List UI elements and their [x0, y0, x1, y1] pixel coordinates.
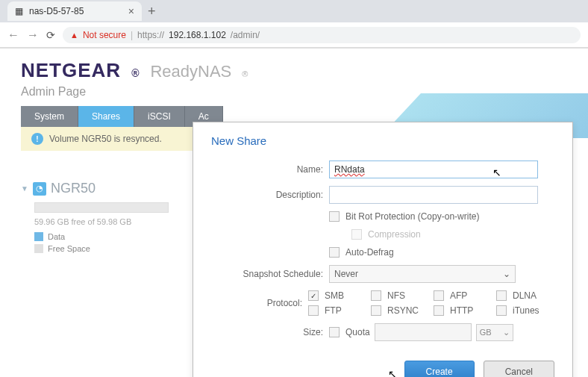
label-snapshot: Snapshot Schedule: — [211, 269, 329, 279]
browser-tab[interactable]: ▦ nas-D5-57-85 × — [7, 1, 142, 21]
chevron-down-icon: ⌄ — [503, 328, 510, 337]
ftp-checkbox[interactable] — [308, 305, 319, 316]
new-tab-button[interactable]: + — [142, 4, 162, 19]
compression-checkbox — [351, 229, 362, 240]
rsync-checkbox[interactable] — [371, 305, 381, 316]
warning-icon: ▲ — [70, 31, 78, 40]
url-host: 192.168.1.102 — [169, 30, 226, 40]
bitrot-checkbox[interactable] — [329, 211, 340, 222]
url-protocol: https:// — [137, 30, 164, 40]
description-input[interactable] — [329, 186, 538, 204]
label-compression: Compression — [368, 229, 421, 240]
create-button[interactable]: Create — [404, 361, 475, 377]
chevron-down-icon: ⌄ — [503, 269, 510, 279]
collapse-icon[interactable]: ▼ — [21, 184, 28, 193]
brand-readynas: ReadyNAS — [150, 62, 231, 81]
security-status: Not secure — [83, 30, 126, 40]
nfs-checkbox[interactable] — [371, 290, 381, 301]
page-icon: ▦ — [15, 6, 23, 16]
label-protocol: Protocol: — [211, 298, 308, 308]
tab-strip: ▦ nas-D5-57-85 × + — [0, 0, 588, 22]
close-tab-icon[interactable]: × — [128, 5, 134, 17]
snapshot-select[interactable]: Never ⌄ — [329, 265, 516, 283]
volume-usage-bar — [34, 202, 169, 213]
dialog-title: New Share — [211, 134, 554, 147]
dlna-checkbox[interactable] — [496, 290, 507, 301]
unit-select[interactable]: GB⌄ — [476, 324, 513, 341]
volume-name[interactable]: NGR50 — [51, 181, 96, 196]
cancel-button[interactable]: Cancel — [484, 361, 554, 377]
volume-icon: ◔ — [33, 182, 46, 196]
tab-shares[interactable]: Shares — [78, 106, 134, 127]
url-path: /admin/ — [231, 30, 260, 40]
quota-checkbox[interactable] — [329, 327, 340, 337]
alert-text: Volume NGR50 is resynced. — [49, 134, 162, 144]
quota-input[interactable] — [375, 323, 472, 341]
cursor-icon: ↖ — [388, 368, 397, 377]
autodefrag-checkbox[interactable] — [329, 247, 340, 258]
label-size: Size: — [211, 327, 329, 337]
brand-netgear: NETGEAR — [21, 59, 121, 82]
new-share-dialog: New Share Name: RNdata Description: Bit … — [193, 122, 573, 377]
label-name: Name: — [211, 164, 329, 175]
address-bar[interactable]: ▲ Not secure | https://192.168.1.102/adm… — [63, 27, 581, 43]
forward-button[interactable]: → — [27, 28, 39, 42]
reload-button[interactable]: ⟳ — [46, 29, 55, 41]
http-checkbox[interactable] — [434, 305, 444, 316]
tab-title: nas-D5-57-85 — [29, 6, 84, 16]
info-icon: ! — [31, 133, 43, 145]
name-input[interactable]: RNdata — [329, 161, 538, 178]
label-description: Description: — [211, 190, 329, 200]
afp-checkbox[interactable] — [434, 290, 444, 301]
smb-checkbox[interactable] — [308, 290, 319, 301]
tab-system[interactable]: System — [21, 106, 78, 127]
cursor-icon: ↖ — [492, 166, 501, 178]
label-autodefrag: Auto-Defrag — [345, 247, 394, 258]
itunes-checkbox[interactable] — [496, 305, 507, 316]
label-bitrot: Bit Rot Protection (Copy-on-write) — [345, 211, 479, 222]
back-button[interactable]: ← — [7, 28, 19, 42]
tab-iscsi[interactable]: iSCSI — [134, 106, 185, 127]
